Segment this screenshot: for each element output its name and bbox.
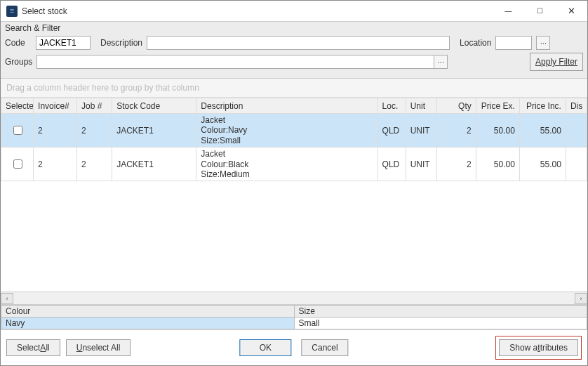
- groups-input[interactable]: [36, 55, 434, 69]
- description-input[interactable]: [147, 36, 450, 50]
- col-unit[interactable]: Unit: [406, 98, 436, 114]
- cell-invoice: 2: [34, 114, 77, 148]
- close-button[interactable]: ✕: [556, 1, 587, 22]
- cell-unit: UNIT: [406, 114, 436, 148]
- attr-header-size[interactable]: Size: [294, 306, 587, 318]
- maximize-button[interactable]: ☐: [524, 1, 556, 22]
- cell-stock-code: JACKET1: [112, 148, 196, 181]
- table-row[interactable]: 2 2 JACKET1 Jacket Colour:Navy Size:Smal…: [1, 114, 587, 148]
- cell-stock-code: JACKET1: [112, 114, 196, 148]
- unselect-all-button[interactable]: Unselect All: [66, 339, 131, 356]
- stock-grid: Selected Invoice# Job # Stock Code Descr…: [1, 98, 587, 305]
- window-title: Select stock: [22, 6, 67, 16]
- col-job[interactable]: Job #: [77, 98, 112, 114]
- description-label: Description: [100, 38, 142, 48]
- cell-unit: UNIT: [406, 148, 436, 181]
- cell-qty: 2: [436, 148, 476, 181]
- groups-label: Groups: [5, 57, 32, 67]
- minimize-button[interactable]: —: [493, 1, 524, 22]
- cell-invoice: 2: [34, 148, 77, 181]
- horizontal-scrollbar[interactable]: ‹ ›: [1, 292, 587, 304]
- cell-description: Jacket Colour:Black Size:Medium: [196, 148, 377, 181]
- col-invoice[interactable]: Invoice#: [34, 98, 77, 114]
- select-all-button[interactable]: Select All: [6, 339, 60, 356]
- attributes-grid: Colour Size Navy Small: [1, 305, 587, 329]
- scroll-left-icon[interactable]: ‹: [1, 293, 13, 304]
- row-checkbox[interactable]: [13, 159, 22, 169]
- col-qty[interactable]: Qty: [436, 98, 476, 114]
- cell-dis: [566, 114, 587, 148]
- cell-description: Jacket Colour:Navy Size:Small: [196, 114, 377, 148]
- cancel-button[interactable]: Cancel: [301, 339, 348, 356]
- app-icon: [6, 6, 18, 17]
- location-picker-button[interactable]: ···: [536, 36, 550, 50]
- title-bar: Select stock — ☐ ✕: [1, 1, 587, 22]
- search-filter-title: Search & Filter: [5, 23, 583, 33]
- attr-value-size[interactable]: Small: [294, 318, 587, 329]
- col-selected[interactable]: Selected: [1, 98, 34, 114]
- groups-picker-button[interactable]: ···: [434, 55, 448, 69]
- ok-button[interactable]: OK: [239, 339, 291, 356]
- code-input[interactable]: [36, 36, 91, 50]
- search-filter-panel: Search & Filter Code Description Locatio…: [1, 22, 587, 79]
- table-row[interactable]: 2 2 JACKET1 Jacket Colour:Black Size:Med…: [1, 148, 587, 181]
- group-by-bar[interactable]: Drag a column header here to group by th…: [1, 79, 587, 98]
- show-attributes-highlight: Show attributes: [495, 336, 582, 360]
- cell-price-ex: 50.00: [476, 114, 519, 148]
- scroll-right-icon[interactable]: ›: [575, 293, 587, 304]
- col-dis[interactable]: Dis: [566, 98, 587, 114]
- cell-price-ex: 50.00: [476, 148, 519, 181]
- col-price-ex[interactable]: Price Ex.: [476, 98, 519, 114]
- cell-loc: QLD: [377, 148, 406, 181]
- cell-qty: 2: [436, 114, 476, 148]
- location-input[interactable]: [495, 36, 532, 50]
- row-checkbox[interactable]: [13, 126, 22, 135]
- cell-dis: [566, 148, 587, 181]
- cell-job: 2: [77, 114, 112, 148]
- attr-header-colour[interactable]: Colour: [1, 306, 295, 318]
- location-label: Location: [460, 38, 491, 48]
- cell-job: 2: [77, 148, 112, 181]
- col-loc[interactable]: Loc.: [377, 98, 406, 114]
- attr-value-colour[interactable]: Navy: [1, 318, 295, 329]
- apply-filter-button[interactable]: Apply Filter: [530, 53, 583, 71]
- col-price-inc[interactable]: Price Inc.: [519, 98, 566, 114]
- cell-price-inc: 55.00: [519, 148, 566, 181]
- cell-loc: QLD: [377, 114, 406, 148]
- col-stock-code[interactable]: Stock Code: [112, 98, 196, 114]
- grid-header-row: Selected Invoice# Job # Stock Code Descr…: [1, 98, 587, 114]
- col-description[interactable]: Description: [196, 98, 377, 114]
- footer: Select All Unselect All OK Cancel Show a…: [1, 329, 587, 365]
- code-label: Code: [5, 38, 32, 48]
- show-attributes-button[interactable]: Show attributes: [499, 339, 578, 356]
- cell-price-inc: 55.00: [519, 114, 566, 148]
